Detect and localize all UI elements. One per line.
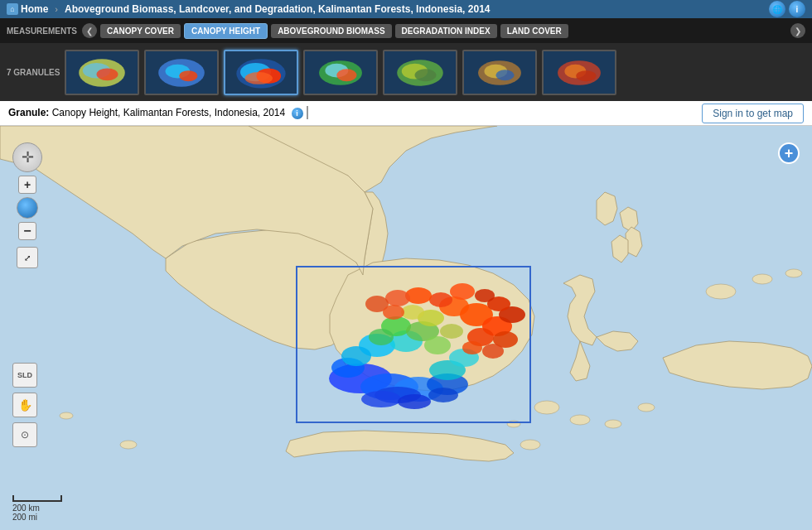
info-button[interactable]: i [789, 1, 805, 17]
compass-icon: ✛ [12, 142, 42, 172]
home-icon: ⌂ [7, 3, 18, 15]
nav-right-button[interactable]: ❯ [790, 23, 805, 38]
svg-point-68 [383, 305, 404, 320]
svg-point-38 [60, 412, 73, 419]
globe-button[interactable]: 🌐 [769, 1, 785, 17]
scale-line-km [12, 495, 62, 502]
scale-label-mi: 200 mi [12, 513, 62, 522]
info-bar: Granule: Canopy Height, Kalimantan Fores… [0, 101, 812, 126]
home-label: Home [21, 3, 48, 15]
svg-point-54 [424, 336, 451, 354]
measurements-toolbar: MEASUREMENTS ❮ CANOPY COVER CANOPY HEIGH… [0, 18, 812, 43]
granule-info: Granule: Canopy Height, Kalimantan Fores… [8, 107, 702, 119]
granule-name: Canopy Height, Kalimantan Forests, Indon… [52, 107, 286, 118]
svg-point-40 [520, 440, 540, 450]
tab-aboveground-biomass[interactable]: ABOVEGROUND BIOMASS [271, 24, 391, 38]
svg-point-31 [570, 415, 590, 425]
tab-canopy-cover[interactable]: CANOPY COVER [100, 24, 181, 38]
app-header: ⌂ Home › Aboveground Biomass, Landcover,… [0, 0, 812, 18]
map-svg [0, 126, 812, 530]
zoom-out-button[interactable]: − [18, 222, 36, 240]
svg-point-49 [341, 346, 371, 366]
svg-point-64 [429, 292, 452, 307]
eye-tool-button[interactable]: ⊙ [12, 422, 37, 447]
svg-point-39 [120, 441, 137, 449]
expand-button[interactable]: ⤢ [17, 247, 38, 268]
header-icons: 🌐 i [769, 1, 805, 17]
svg-point-36 [752, 274, 772, 284]
svg-point-30 [534, 401, 559, 414]
svg-point-63 [450, 283, 475, 300]
home-link[interactable]: ⌂ Home [7, 3, 48, 15]
svg-point-35 [706, 284, 736, 299]
granule-thumb-5[interactable] [383, 50, 457, 95]
tab-canopy-height[interactable]: CANOPY HEIGHT [184, 23, 268, 39]
granule-thumb-7[interactable] [542, 50, 616, 95]
sign-in-button[interactable]: Sign in to get map [702, 104, 804, 123]
granule-thumb-6[interactable] [462, 50, 537, 95]
svg-point-12 [245, 72, 273, 84]
measurements-label: MEASUREMENTS [7, 26, 77, 36]
granule-thumb-2[interactable] [144, 50, 219, 95]
granules-bar: 7 GRANULES [0, 43, 812, 101]
svg-point-28 [577, 70, 597, 81]
color-scale-bar [307, 106, 308, 119]
tab-land-cover[interactable]: LAND COVER [500, 24, 568, 38]
granule-thumb-4[interactable] [303, 50, 378, 95]
granule-thumb-3[interactable] [224, 50, 298, 95]
page-title: Aboveground Biomass, Landcover, and Degr… [65, 3, 762, 15]
zoom-in-button[interactable]: + [18, 176, 36, 194]
svg-point-34 [638, 403, 655, 412]
svg-point-74 [475, 289, 495, 302]
svg-point-77 [428, 388, 458, 402]
svg-point-7 [180, 70, 198, 81]
svg-point-16 [337, 69, 357, 81]
svg-point-71 [462, 341, 482, 354]
map-controls-left: ✛ + − ⤢ [12, 142, 42, 268]
granule-thumb-1[interactable] [65, 50, 139, 95]
svg-point-37 [785, 269, 802, 277]
map-tool-buttons: SLD ✋ ⊙ [12, 363, 37, 447]
scale-bar: 200 km 200 mi [12, 495, 62, 522]
svg-point-32 [605, 420, 621, 428]
svg-point-66 [385, 290, 410, 306]
granules-label: 7 GRANULES [7, 68, 60, 77]
svg-point-24 [496, 70, 515, 80]
granule-info-icon[interactable]: i [292, 108, 303, 119]
breadcrumb-separator: › [55, 4, 58, 14]
svg-point-57 [440, 324, 463, 339]
svg-point-58 [401, 305, 424, 320]
svg-point-75 [361, 391, 401, 407]
compass-control[interactable]: ✛ [12, 142, 42, 172]
svg-point-55 [369, 329, 394, 345]
svg-point-76 [398, 394, 431, 409]
tab-degradation-index[interactable]: DEGRADATION INDEX [395, 24, 497, 38]
svg-point-3 [97, 68, 118, 80]
granule-prefix: Granule: [8, 107, 49, 118]
scale-label-km: 200 km [12, 504, 62, 513]
nav-left-button[interactable]: ❮ [82, 23, 97, 38]
globe-view-button[interactable] [17, 197, 38, 219]
map-controls-right: + [778, 142, 800, 164]
sld-tool-button[interactable]: SLD [12, 363, 37, 388]
pan-tool-button[interactable]: ✋ [12, 393, 37, 417]
svg-point-70 [482, 344, 504, 359]
add-layer-button[interactable]: + [778, 142, 800, 164]
svg-point-20 [415, 69, 437, 81]
map-container[interactable]: ✛ + − ⤢ SLD ✋ ⊙ + 200 km 200 mi [0, 126, 812, 530]
